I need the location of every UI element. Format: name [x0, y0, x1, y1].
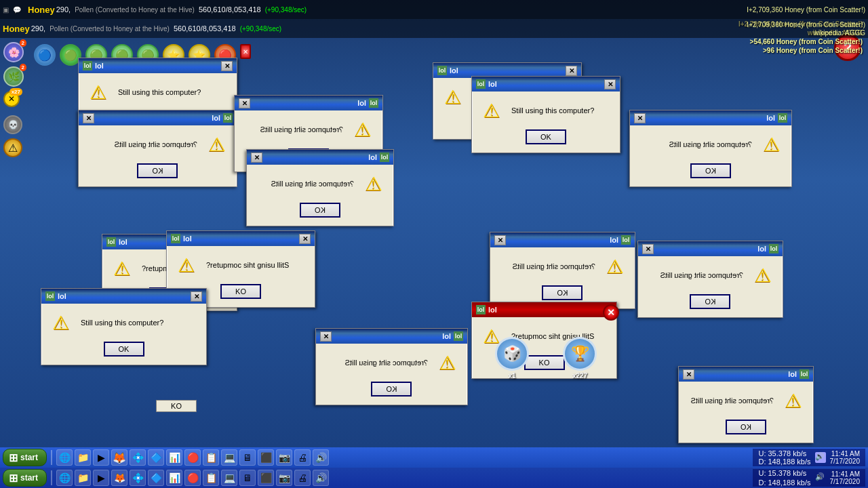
dialog-5-close[interactable]: ✕ [299, 234, 311, 244]
dialog-6-title-left: lol lol [45, 291, 66, 301]
dialog-4-close[interactable]: ✕ [251, 152, 262, 163]
taskbar-b5-icon[interactable]: 📋 [203, 470, 219, 486]
taskbar-app9-icon[interactable]: 📷 [276, 449, 292, 466]
dialog-12-close[interactable]: ✕ [642, 244, 654, 254]
dialog-5b-warn-icon [113, 258, 135, 279]
taskbar-app5-icon[interactable]: 📋 [203, 449, 219, 466]
dialog-5-ko-btn[interactable]: KO [220, 284, 261, 299]
taskbar-app3-icon[interactable]: 📊 [166, 449, 182, 466]
taskbar-app7-icon[interactable]: 🖥 [239, 449, 256, 466]
dialog-13-close-red[interactable]: ✕ [603, 304, 619, 321]
dialog-14-ko-btn[interactable]: KO [726, 420, 766, 434]
dialog-11-ko-btn[interactable]: KO [542, 285, 583, 300]
collectible-circle-2: 🏆 [563, 337, 597, 371]
dialog-4-app-icon: lol [380, 152, 389, 162]
taskbar-firefox-icon[interactable]: 🦊 [111, 449, 127, 466]
taskbar-app11-icon[interactable]: 🔊 [313, 449, 329, 466]
dialog-10-app-icon: lol [778, 113, 787, 123]
taskbar-b9-icon[interactable]: 📷 [276, 470, 292, 486]
start-windows-icon: ⊞ [9, 451, 18, 464]
system-tray-2: U: 15.378 kb/sD: 148,188 kb/s 🔊 11:41 AM… [753, 469, 865, 487]
taskbar-b7-icon[interactable]: 🖥 [239, 470, 256, 486]
dialog-9-message: Still using this computer? [511, 106, 594, 115]
start-label-2: start [20, 473, 38, 483]
taskbar-b8-icon[interactable]: ⬛ [258, 470, 274, 486]
taskbar-b2-icon[interactable]: 🔷 [148, 470, 164, 486]
dialog-7-titlebar: lol lol ✕ [316, 329, 467, 344]
game-icons: 🌸 2 🌿 2 ✕ x27 💀 ⚠ [3, 42, 24, 157]
game-icon-row-warn: ⚠ [3, 138, 24, 157]
dialog-12-ko-btn[interactable]: KO [690, 294, 731, 309]
taskbar-b6-icon[interactable]: 💻 [221, 470, 237, 486]
game-circle-skull[interactable]: 💀 [3, 115, 22, 134]
dialog-13-app-icon: lol [476, 305, 486, 314]
net-download-label: D: [758, 458, 768, 466]
taskbar-media-icon[interactable]: ▶ [93, 449, 109, 466]
taskbar-folder-icon[interactable]: 📁 [75, 449, 91, 466]
dialog-2-close[interactable]: ✕ [83, 113, 94, 123]
game-action-1[interactable]: 🔵 [34, 44, 56, 66]
dialog-6-ok-btn[interactable]: OK [104, 342, 144, 357]
dialog-9-content: Still using this computer? [483, 100, 609, 121]
game-icon-row-icons: 💀 [3, 115, 24, 134]
taskbar-b10-icon[interactable]: 🖨 [294, 470, 311, 486]
dialog-1-content: Still using this computer? [90, 81, 226, 103]
dialog-6-body: Still using this computer? OK [41, 304, 206, 365]
dialog-3-close[interactable]: ✕ [239, 98, 250, 108]
notif-scatter-4: >96 Honey (from Coin Scatter!) [738, 47, 863, 54]
dialog-1-title: lol [95, 62, 104, 70]
taskbar-app6-icon[interactable]: 💻 [221, 449, 237, 466]
dialog-5b-title-left: lol lol [106, 237, 127, 247]
taskbar-media-icon-2[interactable]: ▶ [93, 470, 109, 486]
dialog-1-close[interactable]: ✕ [221, 61, 233, 71]
taskbar-b4-icon[interactable]: 🔴 [184, 470, 201, 486]
dialog-2-warn-icon [204, 134, 226, 155]
taskbar-app10-icon[interactable]: 🖨 [294, 449, 311, 466]
start-button[interactable]: ⊞ start [3, 449, 47, 466]
dialog-7-ko-btn[interactable]: KO [372, 382, 412, 396]
dialog-7-close[interactable]: ✕ [320, 331, 332, 342]
dialog-10-ko-btn[interactable]: KO [690, 163, 731, 178]
taskbar-app8-icon[interactable]: ⬛ [258, 449, 274, 466]
taskbar-b11-icon[interactable]: 🔊 [313, 470, 329, 486]
taskbar-app4-icon[interactable]: 🔴 [184, 449, 201, 466]
taskbar-folder-icon-2[interactable]: 📁 [75, 470, 91, 486]
taskbar-app1-icon[interactable]: 💠 [130, 449, 146, 466]
dialog-2-message: ?retupmoc siht gnisu llitS [115, 140, 197, 148]
dialog-6-close[interactable]: ✕ [191, 291, 202, 302]
clock-time: 11:41 AM [830, 450, 861, 458]
dialog-9-close[interactable]: ✕ [604, 79, 616, 89]
dialog-7-content: ?retupmoc siht gnisu llitS [327, 352, 456, 373]
dialog-9-titlebar: lol lol ✕ [472, 77, 620, 92]
dialog-11: lol lol ✕ ?retupmoc siht gnisu llitS KO [490, 232, 635, 309]
taskbar-b3-icon[interactable]: 📊 [166, 470, 182, 486]
start-button-2[interactable]: ⊞ start [3, 469, 47, 487]
dialog-6-bottom-ko[interactable]: KO [156, 400, 197, 412]
tray-network-icon[interactable]: 🔊 [815, 452, 826, 463]
taskbar-app2-icon[interactable]: 🔷 [148, 449, 164, 466]
dialog-9-ok-btn[interactable]: OK [526, 129, 566, 144]
start-label: start [20, 453, 38, 462]
taskbar-firefox-icon-2[interactable]: 🦊 [111, 470, 127, 486]
dialog-14-close[interactable]: ✕ [683, 369, 694, 380]
dialog-2-ko-btn[interactable]: KO [138, 163, 178, 178]
dialog-10-buttons: KO [641, 161, 781, 180]
dialog-7: lol lol ✕ ?retupmoc siht gnisu llitS KO [315, 328, 468, 405]
taskbar-ie-icon[interactable]: 🌐 [56, 449, 73, 466]
tray-vol-icon-2[interactable]: 🔊 [815, 472, 826, 483]
game-circle-warn[interactable]: ⚠ [3, 138, 22, 157]
hud-icon: ▣ [3, 6, 9, 14]
hud-bar-2: Honey 290, Pollen (Converted to Honey at… [0, 19, 868, 38]
taskbar-b1-icon[interactable]: 💠 [130, 470, 146, 486]
dialog-9-warn-icon [483, 100, 505, 121]
taskbar-ie-icon-2[interactable]: 🌐 [56, 470, 73, 486]
dialog-14-title-left: lol lol [788, 369, 809, 379]
hud-honey-rate-2: (+90,348/sec) [240, 25, 281, 33]
clock-date: 7/17/2020 [830, 458, 861, 465]
taskbar-row-1: ⊞ start 🌐 📁 ▶ 🦊 💠 🔷 📊 🔴 📋 💻 🖥 ⬛ 📷 🖨 🔊 U:… [0, 447, 868, 468]
dialog-11-close[interactable]: ✕ [494, 235, 506, 245]
dialog-8-close[interactable]: ✕ [566, 66, 577, 76]
game-small-btn[interactable]: ✕ [240, 44, 251, 59]
dialog-10-close[interactable]: ✕ [634, 113, 646, 123]
dialog-4-ko-btn[interactable]: KO [300, 203, 340, 218]
